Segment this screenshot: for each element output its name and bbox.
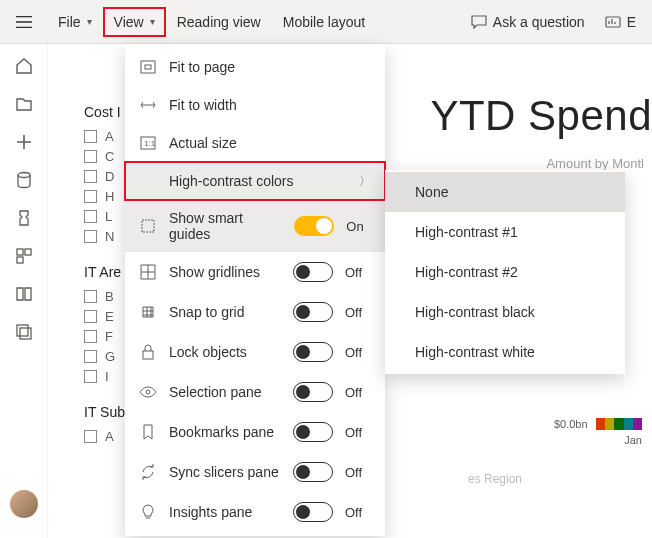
svg-rect-7 [141, 61, 155, 73]
contrast-white[interactable]: High-contrast white [385, 332, 625, 372]
lock-icon [139, 343, 157, 361]
slicer-label: C [105, 149, 114, 164]
gridlines-icon [139, 263, 157, 281]
mobile-layout-button[interactable]: Mobile layout [273, 8, 376, 36]
lock-objects-item[interactable]: Lock objects Off [125, 332, 385, 372]
page-subtitle: Amount by Montl [546, 156, 644, 171]
snap-to-grid-item[interactable]: Snap to grid Off [125, 292, 385, 332]
high-contrast-item[interactable]: High-contrast colors 〉 [125, 162, 385, 200]
svg-text:1:1: 1:1 [144, 139, 156, 148]
checkbox[interactable] [84, 370, 97, 383]
checkbox[interactable] [84, 290, 97, 303]
gridlines-item[interactable]: Show gridlines Off [125, 252, 385, 292]
workspaces-icon[interactable] [14, 322, 34, 342]
svg-rect-5 [17, 325, 28, 336]
checkbox[interactable] [84, 310, 97, 323]
chevron-down-icon: ▾ [150, 16, 155, 27]
browse-icon[interactable] [14, 94, 34, 114]
legend-month: Jan [554, 434, 642, 446]
file-menu-button[interactable]: File ▾ [48, 8, 102, 36]
smart-guides-item[interactable]: Show smart guides On [125, 200, 385, 252]
left-nav-rail [0, 44, 48, 538]
learn-icon[interactable] [14, 284, 34, 304]
actual-size-icon: 1:1 [139, 134, 157, 152]
page-title: YTD Spend [430, 92, 652, 140]
fit-width-icon [139, 96, 157, 114]
fit-to-page-item[interactable]: Fit to page [125, 48, 385, 86]
menu-label: Selection pane [169, 384, 281, 400]
checkbox[interactable] [84, 230, 97, 243]
menu-label: High-contrast colors [169, 173, 347, 189]
chevron-down-icon: ▾ [87, 16, 92, 27]
checkbox[interactable] [84, 210, 97, 223]
view-menu-button[interactable]: View ▾ [104, 8, 165, 36]
menu-label: Fit to page [169, 59, 371, 75]
checkbox[interactable] [84, 190, 97, 203]
toggle-state: Off [345, 265, 371, 280]
menu-label: Actual size [169, 135, 371, 151]
ask-label: Ask a question [493, 14, 585, 30]
toggle-switch[interactable] [293, 422, 333, 442]
contrast-none[interactable]: None [385, 172, 625, 212]
toggle-switch[interactable] [293, 342, 333, 362]
bookmarks-pane-item[interactable]: Bookmarks pane Off [125, 412, 385, 452]
checkbox[interactable] [84, 330, 97, 343]
toggle-state: Off [345, 425, 371, 440]
data-hub-icon[interactable] [14, 170, 34, 190]
avatar[interactable] [10, 490, 38, 518]
legend-value: $0.0bn [554, 418, 588, 430]
contrast-black[interactable]: High-contrast black [385, 292, 625, 332]
create-icon[interactable] [14, 132, 34, 152]
toggle-switch[interactable] [293, 262, 333, 282]
slicer-label: A [105, 129, 114, 144]
contrast-hc1[interactable]: High-contrast #1 [385, 212, 625, 252]
toggle-switch[interactable] [293, 462, 333, 482]
hamburger-menu-button[interactable] [8, 7, 40, 37]
lightbulb-icon [139, 503, 157, 521]
checkbox[interactable] [84, 350, 97, 363]
toggle-switch[interactable] [293, 302, 333, 322]
toggle-switch[interactable] [293, 502, 333, 522]
svg-rect-11 [142, 220, 154, 232]
sync-icon [139, 463, 157, 481]
svg-rect-3 [25, 249, 31, 255]
sync-slicers-item[interactable]: Sync slicers pane Off [125, 452, 385, 492]
toggle-state: Off [345, 465, 371, 480]
menu-label: Sync slicers pane [169, 464, 281, 480]
checkbox[interactable] [84, 430, 97, 443]
contrast-hc2[interactable]: High-contrast #2 [385, 252, 625, 292]
toggle-switch[interactable] [293, 382, 333, 402]
chart-legend: $0.0bn Jan [554, 414, 642, 446]
insights-pane-item[interactable]: Insights pane Off [125, 492, 385, 532]
svg-rect-8 [145, 65, 151, 69]
svg-point-13 [146, 390, 150, 394]
toggle-state: Off [345, 305, 371, 320]
explore-button[interactable]: E [597, 8, 644, 36]
apps-icon[interactable] [14, 246, 34, 266]
high-contrast-submenu: None High-contrast #1 High-contrast #2 H… [385, 170, 625, 374]
svg-rect-4 [17, 257, 23, 263]
slicer-label: G [105, 349, 115, 364]
chevron-right-icon: 〉 [359, 173, 371, 190]
slicer-label: I [105, 369, 109, 384]
ask-question-button[interactable]: Ask a question [463, 8, 593, 36]
svg-rect-6 [20, 328, 31, 339]
eye-icon [139, 383, 157, 401]
fit-to-width-item[interactable]: Fit to width [125, 86, 385, 124]
checkbox[interactable] [84, 150, 97, 163]
home-icon[interactable] [14, 56, 34, 76]
selection-pane-item[interactable]: Selection pane Off [125, 372, 385, 412]
menu-label: Show gridlines [169, 264, 281, 280]
legend-color-bar [596, 418, 642, 430]
toggle-switch[interactable] [294, 216, 334, 236]
toggle-state: Off [345, 505, 371, 520]
metrics-icon[interactable] [14, 208, 34, 228]
mobile-layout-label: Mobile layout [283, 14, 366, 30]
actual-size-item[interactable]: 1:1 Actual size [125, 124, 385, 162]
checkbox[interactable] [84, 170, 97, 183]
slicer-label: F [105, 329, 113, 344]
reading-view-button[interactable]: Reading view [167, 8, 271, 36]
toggle-state: Off [345, 385, 371, 400]
checkbox[interactable] [84, 130, 97, 143]
slicer-label: D [105, 169, 114, 184]
